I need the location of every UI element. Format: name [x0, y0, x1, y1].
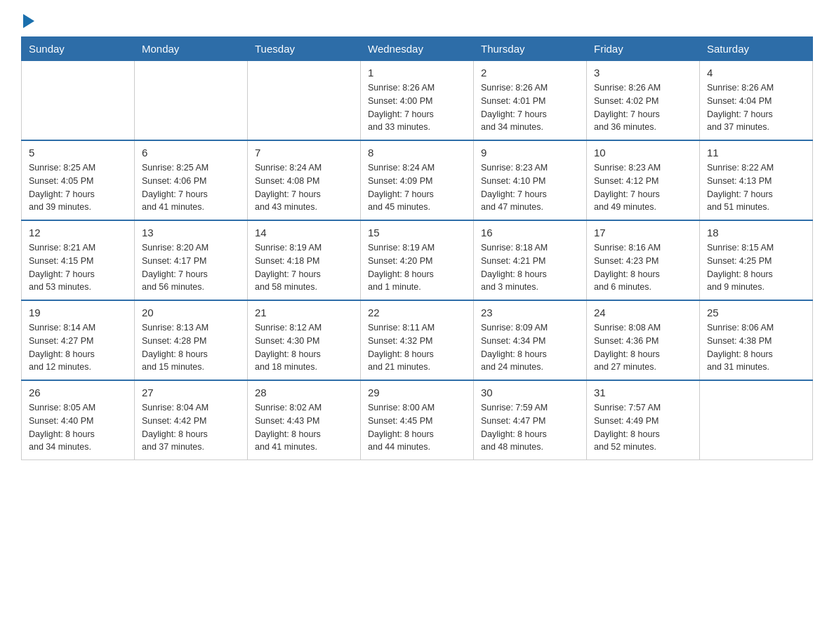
day-info: Sunrise: 8:04 AM Sunset: 4:42 PM Dayligh… — [142, 401, 240, 454]
calendar-table: SundayMondayTuesdayWednesdayThursdayFrid… — [21, 36, 813, 460]
day-info: Sunrise: 8:06 AM Sunset: 4:38 PM Dayligh… — [707, 321, 805, 374]
calendar-week-4: 19Sunrise: 8:14 AM Sunset: 4:27 PM Dayli… — [22, 300, 813, 380]
day-number: 3 — [594, 67, 692, 79]
day-info: Sunrise: 8:02 AM Sunset: 4:43 PM Dayligh… — [255, 401, 353, 454]
day-number: 30 — [481, 387, 579, 398]
day-number: 17 — [594, 227, 692, 239]
day-info: Sunrise: 8:23 AM Sunset: 4:12 PM Dayligh… — [594, 161, 692, 214]
calendar-week-2: 5Sunrise: 8:25 AM Sunset: 4:05 PM Daylig… — [22, 140, 813, 220]
header-tuesday: Tuesday — [248, 37, 361, 61]
day-number: 26 — [29, 387, 127, 398]
calendar-week-3: 12Sunrise: 8:21 AM Sunset: 4:15 PM Dayli… — [22, 220, 813, 300]
day-number: 12 — [29, 227, 127, 239]
calendar-cell: 7Sunrise: 8:24 AM Sunset: 4:08 PM Daylig… — [248, 140, 361, 220]
day-number: 9 — [481, 147, 579, 159]
day-number: 6 — [142, 147, 240, 159]
day-info: Sunrise: 8:12 AM Sunset: 4:30 PM Dayligh… — [255, 321, 353, 374]
day-number: 4 — [707, 67, 805, 79]
day-number: 8 — [368, 147, 466, 159]
calendar-cell: 20Sunrise: 8:13 AM Sunset: 4:28 PM Dayli… — [135, 300, 248, 380]
day-info: Sunrise: 8:19 AM Sunset: 4:18 PM Dayligh… — [255, 241, 353, 294]
day-number: 5 — [29, 147, 127, 159]
day-info: Sunrise: 8:08 AM Sunset: 4:36 PM Dayligh… — [594, 321, 692, 374]
day-info: Sunrise: 8:16 AM Sunset: 4:23 PM Dayligh… — [594, 241, 692, 294]
calendar-cell: 29Sunrise: 8:00 AM Sunset: 4:45 PM Dayli… — [361, 380, 474, 460]
day-info: Sunrise: 8:19 AM Sunset: 4:20 PM Dayligh… — [368, 241, 466, 294]
day-number: 1 — [368, 67, 466, 79]
day-number: 11 — [707, 147, 805, 159]
calendar-cell: 12Sunrise: 8:21 AM Sunset: 4:15 PM Dayli… — [22, 220, 135, 300]
calendar-week-5: 26Sunrise: 8:05 AM Sunset: 4:40 PM Dayli… — [22, 380, 813, 460]
calendar-cell: 1Sunrise: 8:26 AM Sunset: 4:00 PM Daylig… — [361, 61, 474, 141]
page-header — [21, 14, 813, 29]
day-number: 24 — [594, 307, 692, 318]
header-monday: Monday — [135, 37, 248, 61]
header-sunday: Sunday — [22, 37, 135, 61]
day-number: 15 — [368, 227, 466, 239]
day-number: 7 — [255, 147, 353, 159]
day-info: Sunrise: 8:15 AM Sunset: 4:25 PM Dayligh… — [707, 241, 805, 294]
calendar-cell: 11Sunrise: 8:22 AM Sunset: 4:13 PM Dayli… — [700, 140, 813, 220]
calendar-cell: 14Sunrise: 8:19 AM Sunset: 4:18 PM Dayli… — [248, 220, 361, 300]
calendar-cell: 16Sunrise: 8:18 AM Sunset: 4:21 PM Dayli… — [474, 220, 587, 300]
day-info: Sunrise: 8:25 AM Sunset: 4:05 PM Dayligh… — [29, 161, 127, 214]
header-thursday: Thursday — [474, 37, 587, 61]
day-info: Sunrise: 8:25 AM Sunset: 4:06 PM Dayligh… — [142, 161, 240, 214]
day-info: Sunrise: 8:09 AM Sunset: 4:34 PM Dayligh… — [481, 321, 579, 374]
calendar-cell: 26Sunrise: 8:05 AM Sunset: 4:40 PM Dayli… — [22, 380, 135, 460]
calendar-cell: 3Sunrise: 8:26 AM Sunset: 4:02 PM Daylig… — [587, 61, 700, 141]
header-saturday: Saturday — [700, 37, 813, 61]
day-number: 16 — [481, 227, 579, 239]
day-info: Sunrise: 8:00 AM Sunset: 4:45 PM Dayligh… — [368, 401, 466, 454]
calendar-cell: 15Sunrise: 8:19 AM Sunset: 4:20 PM Dayli… — [361, 220, 474, 300]
day-info: Sunrise: 7:57 AM Sunset: 4:49 PM Dayligh… — [594, 401, 692, 454]
day-info: Sunrise: 7:59 AM Sunset: 4:47 PM Dayligh… — [481, 401, 579, 454]
day-number: 14 — [255, 227, 353, 239]
day-number: 2 — [481, 67, 579, 79]
calendar-cell — [22, 61, 135, 141]
day-number: 29 — [368, 387, 466, 398]
day-number: 10 — [594, 147, 692, 159]
calendar-cell: 21Sunrise: 8:12 AM Sunset: 4:30 PM Dayli… — [248, 300, 361, 380]
calendar-cell: 30Sunrise: 7:59 AM Sunset: 4:47 PM Dayli… — [474, 380, 587, 460]
day-info: Sunrise: 8:23 AM Sunset: 4:10 PM Dayligh… — [481, 161, 579, 214]
day-info: Sunrise: 8:18 AM Sunset: 4:21 PM Dayligh… — [481, 241, 579, 294]
day-number: 28 — [255, 387, 353, 398]
day-info: Sunrise: 8:26 AM Sunset: 4:04 PM Dayligh… — [707, 81, 805, 134]
day-info: Sunrise: 8:24 AM Sunset: 4:08 PM Dayligh… — [255, 161, 353, 214]
day-number: 18 — [707, 227, 805, 239]
day-number: 27 — [142, 387, 240, 398]
day-number: 13 — [142, 227, 240, 239]
logo — [21, 14, 34, 29]
day-info: Sunrise: 8:11 AM Sunset: 4:32 PM Dayligh… — [368, 321, 466, 374]
day-number: 31 — [594, 387, 692, 398]
calendar-cell: 31Sunrise: 7:57 AM Sunset: 4:49 PM Dayli… — [587, 380, 700, 460]
day-number: 20 — [142, 307, 240, 318]
calendar-cell: 18Sunrise: 8:15 AM Sunset: 4:25 PM Dayli… — [700, 220, 813, 300]
calendar-cell: 17Sunrise: 8:16 AM Sunset: 4:23 PM Dayli… — [587, 220, 700, 300]
calendar-cell: 23Sunrise: 8:09 AM Sunset: 4:34 PM Dayli… — [474, 300, 587, 380]
calendar-cell — [248, 61, 361, 141]
calendar-cell — [700, 380, 813, 460]
calendar-week-1: 1Sunrise: 8:26 AM Sunset: 4:00 PM Daylig… — [22, 61, 813, 141]
calendar-cell: 24Sunrise: 8:08 AM Sunset: 4:36 PM Dayli… — [587, 300, 700, 380]
calendar-cell: 13Sunrise: 8:20 AM Sunset: 4:17 PM Dayli… — [135, 220, 248, 300]
calendar-cell: 27Sunrise: 8:04 AM Sunset: 4:42 PM Dayli… — [135, 380, 248, 460]
calendar-cell: 2Sunrise: 8:26 AM Sunset: 4:01 PM Daylig… — [474, 61, 587, 141]
day-number: 19 — [29, 307, 127, 318]
calendar-cell: 28Sunrise: 8:02 AM Sunset: 4:43 PM Dayli… — [248, 380, 361, 460]
day-info: Sunrise: 8:26 AM Sunset: 4:00 PM Dayligh… — [368, 81, 466, 134]
calendar-cell: 4Sunrise: 8:26 AM Sunset: 4:04 PM Daylig… — [700, 61, 813, 141]
calendar-header-row: SundayMondayTuesdayWednesdayThursdayFrid… — [22, 37, 813, 61]
calendar-cell: 25Sunrise: 8:06 AM Sunset: 4:38 PM Dayli… — [700, 300, 813, 380]
day-info: Sunrise: 8:26 AM Sunset: 4:01 PM Dayligh… — [481, 81, 579, 134]
calendar-cell — [135, 61, 248, 141]
logo-triangle-icon — [23, 14, 34, 28]
calendar-cell: 5Sunrise: 8:25 AM Sunset: 4:05 PM Daylig… — [22, 140, 135, 220]
calendar-cell: 6Sunrise: 8:25 AM Sunset: 4:06 PM Daylig… — [135, 140, 248, 220]
calendar-cell: 8Sunrise: 8:24 AM Sunset: 4:09 PM Daylig… — [361, 140, 474, 220]
header-wednesday: Wednesday — [361, 37, 474, 61]
day-info: Sunrise: 8:05 AM Sunset: 4:40 PM Dayligh… — [29, 401, 127, 454]
day-info: Sunrise: 8:22 AM Sunset: 4:13 PM Dayligh… — [707, 161, 805, 214]
day-number: 21 — [255, 307, 353, 318]
